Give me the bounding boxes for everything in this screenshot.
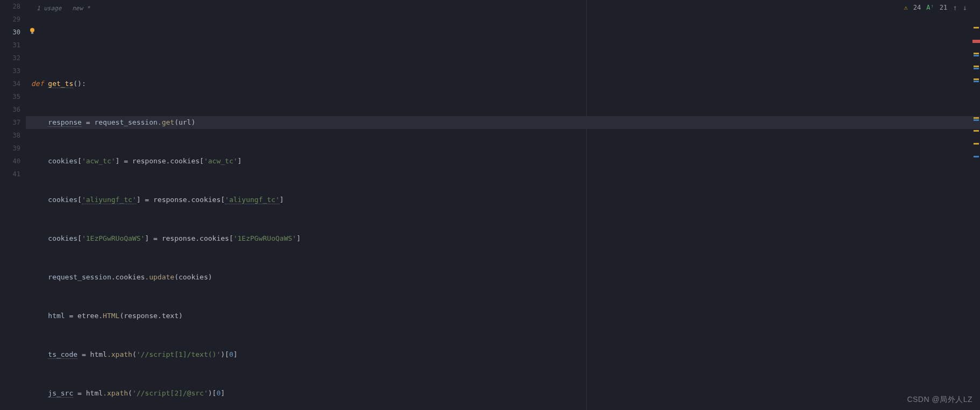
info-marker[interactable]	[974, 156, 979, 157]
warning-marker[interactable]	[974, 78, 979, 80]
line-number[interactable]: 29	[0, 13, 26, 26]
line-number[interactable]: 36	[0, 103, 26, 116]
code-line[interactable]: cookies['acw_tc'] = response.cookies['ac…	[26, 155, 980, 168]
line-number[interactable]: 31	[0, 39, 26, 52]
code-editor[interactable]: ⚠24 Aꜝ21 ↑ ↓ 28 29 30 31 32 33 34 35 36 …	[0, 0, 980, 410]
warning-marker[interactable]	[974, 27, 979, 28]
ide-root: ⚠24 Aꜝ21 ↑ ↓ 28 29 30 31 32 33 34 35 36 …	[0, 0, 980, 410]
line-number[interactable]: 40	[0, 155, 26, 168]
error-stripe[interactable]	[972, 0, 980, 410]
line-number[interactable]: 38	[0, 129, 26, 142]
code-line[interactable]: request_session.cookies.update(cookies)	[26, 271, 980, 284]
line-gutter[interactable]: 28 29 30 31 32 33 34 35 36 37 38 39 40 4…	[0, 0, 26, 181]
info-marker[interactable]	[974, 81, 979, 82]
info-marker[interactable]	[974, 55, 979, 56]
line-number[interactable]: 37	[0, 116, 26, 129]
line-number[interactable]: 35	[0, 90, 26, 103]
warning-marker[interactable]	[974, 143, 979, 145]
code-line[interactable]: cookies['aliyungf_tc'] = response.cookie…	[26, 193, 980, 206]
line-number[interactable]: 32	[0, 52, 26, 64]
code-line[interactable]: cookies['1EzPGwRUoQaWS'] = response.cook…	[26, 232, 980, 245]
warning-marker[interactable]	[974, 53, 979, 54]
warning-marker[interactable]	[974, 66, 979, 67]
code-line[interactable]: ts_code = html.xpath('//script[1]/text()…	[26, 348, 980, 361]
code-body[interactable]: 1 usage new * def get_ts(): response = r…	[26, 0, 980, 410]
warning-marker[interactable]	[974, 130, 979, 132]
watermark: CSDN @局外人LZ	[907, 395, 972, 405]
warning-marker[interactable]	[974, 117, 979, 119]
info-marker[interactable]	[974, 119, 979, 121]
line-number[interactable]: 34	[0, 77, 26, 90]
line-number[interactable]: 41	[0, 168, 26, 181]
usage-hint[interactable]: 1 usage new *	[31, 2, 90, 15]
code-line[interactable]: response = request_session.get(url)	[26, 116, 980, 129]
line-number[interactable]: 28	[0, 0, 26, 13]
code-line[interactable]: js_src = html.xpath('//script[2]/@src')[…	[26, 387, 980, 400]
code-line[interactable]	[26, 26, 980, 39]
error-marker[interactable]	[972, 40, 980, 43]
code-line[interactable]: def get_ts():	[26, 77, 980, 90]
info-marker[interactable]	[974, 68, 979, 69]
line-number[interactable]: 30	[0, 26, 26, 39]
code-line[interactable]: html = etree.HTML(response.text)	[26, 310, 980, 322]
line-number[interactable]: 39	[0, 142, 26, 155]
line-number[interactable]: 33	[0, 64, 26, 77]
